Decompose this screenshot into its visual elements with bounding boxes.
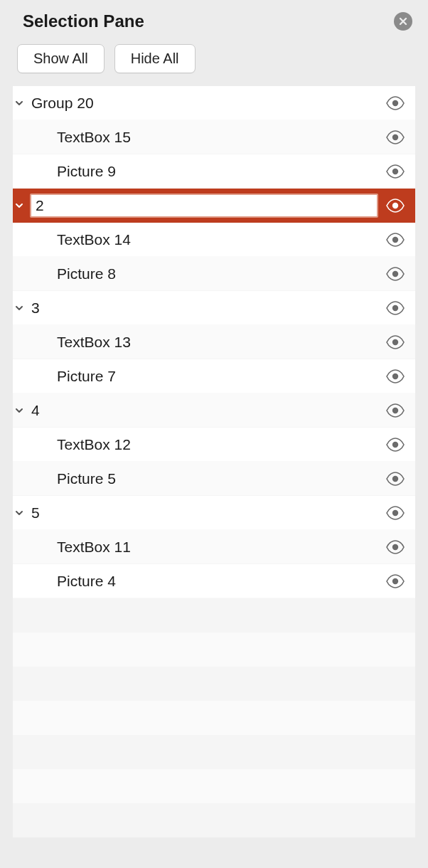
visibility-toggle[interactable] bbox=[385, 506, 405, 520]
list-item[interactable]: 5 bbox=[13, 496, 415, 530]
item-label-wrap: TextBox 15 bbox=[20, 129, 385, 146]
item-label-wrap bbox=[13, 194, 385, 218]
item-label: Picture 7 bbox=[51, 368, 385, 385]
list-item[interactable]: TextBox 14 bbox=[13, 223, 415, 257]
eye-icon bbox=[385, 369, 405, 383]
eye-icon bbox=[385, 403, 405, 418]
empty-row bbox=[13, 803, 415, 837]
chevron-down-icon[interactable] bbox=[13, 97, 26, 110]
chevron-down-icon[interactable] bbox=[13, 199, 26, 212]
visibility-toggle[interactable] bbox=[385, 438, 405, 452]
svg-point-13 bbox=[392, 544, 398, 549]
list-item[interactable]: Picture 9 bbox=[13, 154, 415, 189]
svg-point-9 bbox=[392, 407, 398, 413]
eye-icon bbox=[385, 335, 405, 349]
chevron-down-icon[interactable] bbox=[13, 404, 26, 417]
svg-point-2 bbox=[392, 168, 398, 174]
svg-point-14 bbox=[392, 578, 398, 583]
visibility-toggle[interactable] bbox=[385, 130, 405, 144]
svg-point-5 bbox=[392, 270, 398, 276]
empty-row bbox=[13, 598, 415, 633]
svg-point-11 bbox=[392, 475, 398, 481]
item-label-wrap: 5 bbox=[13, 504, 385, 522]
item-label-wrap: TextBox 13 bbox=[20, 334, 385, 351]
item-label-wrap: Picture 8 bbox=[20, 265, 385, 282]
item-label: Picture 5 bbox=[51, 470, 385, 487]
eye-icon bbox=[385, 267, 405, 281]
list-item[interactable]: Picture 8 bbox=[13, 257, 415, 291]
eye-icon bbox=[385, 438, 405, 452]
eye-icon bbox=[385, 164, 405, 179]
list-item[interactable]: Picture 4 bbox=[13, 564, 415, 598]
hide-all-button[interactable]: Hide All bbox=[114, 44, 196, 73]
close-icon bbox=[398, 16, 408, 26]
item-label-wrap: 4 bbox=[13, 402, 385, 419]
list-item[interactable]: Picture 5 bbox=[13, 462, 415, 496]
list-item[interactable]: TextBox 15 bbox=[13, 120, 415, 154]
item-label-wrap: 3 bbox=[13, 300, 385, 317]
list-item[interactable]: Picture 7 bbox=[13, 359, 415, 393]
item-label-wrap: TextBox 11 bbox=[20, 539, 385, 556]
list-item[interactable]: 3 bbox=[13, 291, 415, 325]
svg-point-4 bbox=[392, 236, 398, 242]
item-label: TextBox 12 bbox=[51, 436, 385, 453]
item-label: Picture 4 bbox=[51, 573, 385, 590]
rename-input-wrap bbox=[30, 194, 378, 218]
eye-icon bbox=[385, 540, 405, 554]
empty-row bbox=[13, 633, 415, 667]
eye-icon bbox=[385, 199, 405, 213]
list-item[interactable]: Group 20 bbox=[13, 86, 415, 120]
item-label: TextBox 15 bbox=[51, 129, 385, 146]
eye-icon bbox=[385, 574, 405, 588]
close-button[interactable] bbox=[394, 12, 412, 31]
list-item[interactable]: TextBox 11 bbox=[13, 530, 415, 564]
pane-title: Selection Pane bbox=[23, 11, 144, 31]
visibility-toggle[interactable] bbox=[385, 540, 405, 554]
eye-icon bbox=[385, 96, 405, 110]
list-item[interactable] bbox=[13, 189, 415, 223]
eye-icon bbox=[385, 301, 405, 315]
list-item[interactable]: 4 bbox=[13, 393, 415, 428]
visibility-toggle[interactable] bbox=[385, 472, 405, 486]
visibility-toggle[interactable] bbox=[385, 267, 405, 281]
empty-row bbox=[13, 701, 415, 735]
item-label: TextBox 14 bbox=[51, 231, 385, 248]
svg-point-10 bbox=[392, 441, 398, 447]
item-label: 3 bbox=[26, 300, 385, 317]
item-label-wrap: Picture 9 bbox=[20, 163, 385, 180]
eye-icon bbox=[385, 130, 405, 144]
eye-icon bbox=[385, 233, 405, 247]
visibility-toggle[interactable] bbox=[385, 164, 405, 179]
selection-pane: Selection Pane Show All Hide All Group 2… bbox=[0, 0, 428, 850]
item-label-wrap: Picture 5 bbox=[20, 470, 385, 487]
visibility-toggle[interactable] bbox=[385, 574, 405, 588]
visibility-toggle[interactable] bbox=[385, 199, 405, 213]
item-label-wrap: Picture 4 bbox=[20, 573, 385, 590]
button-bar: Show All Hide All bbox=[13, 44, 415, 86]
svg-point-3 bbox=[392, 202, 398, 208]
svg-point-12 bbox=[392, 509, 398, 515]
eye-icon bbox=[385, 472, 405, 486]
chevron-down-icon[interactable] bbox=[13, 507, 26, 519]
svg-point-8 bbox=[392, 373, 398, 379]
rename-input[interactable] bbox=[30, 194, 378, 218]
empty-row bbox=[13, 667, 415, 701]
visibility-toggle[interactable] bbox=[385, 369, 405, 383]
item-label-wrap: Group 20 bbox=[13, 95, 385, 112]
empty-row bbox=[13, 769, 415, 803]
visibility-toggle[interactable] bbox=[385, 96, 405, 110]
list-item[interactable]: TextBox 12 bbox=[13, 428, 415, 462]
item-label-wrap: TextBox 12 bbox=[20, 436, 385, 453]
show-all-button[interactable]: Show All bbox=[17, 44, 105, 73]
visibility-toggle[interactable] bbox=[385, 335, 405, 349]
item-label-wrap: TextBox 14 bbox=[20, 231, 385, 248]
item-label: Picture 9 bbox=[51, 163, 385, 180]
visibility-toggle[interactable] bbox=[385, 403, 405, 418]
visibility-toggle[interactable] bbox=[385, 233, 405, 247]
chevron-down-icon[interactable] bbox=[13, 302, 26, 314]
item-label: TextBox 11 bbox=[51, 539, 385, 556]
svg-point-1 bbox=[392, 134, 398, 139]
list-item[interactable]: TextBox 13 bbox=[13, 325, 415, 359]
item-label: 5 bbox=[26, 504, 385, 522]
visibility-toggle[interactable] bbox=[385, 301, 405, 315]
